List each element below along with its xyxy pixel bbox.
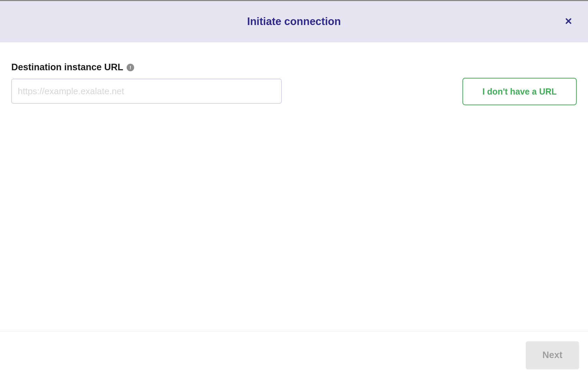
initiate-connection-modal: Initiate connection Destination instance…	[0, 0, 588, 379]
field-label-row: Destination instance URL !	[11, 62, 282, 73]
url-field-label: Destination instance URL	[11, 62, 123, 73]
modal-title: Initiate connection	[247, 15, 341, 28]
info-icon[interactable]: !	[127, 64, 134, 71]
close-button[interactable]	[562, 14, 575, 28]
close-icon	[565, 17, 572, 26]
modal-header: Initiate connection	[0, 1, 588, 42]
modal-footer: Next	[0, 331, 588, 379]
destination-url-input[interactable]	[11, 79, 282, 103]
form-row: Destination instance URL ! I don't have …	[11, 62, 577, 105]
next-button[interactable]: Next	[526, 341, 579, 369]
modal-body: Destination instance URL ! I don't have …	[0, 42, 588, 331]
url-field-group: Destination instance URL !	[11, 62, 282, 103]
no-url-button[interactable]: I don't have a URL	[462, 78, 577, 105]
